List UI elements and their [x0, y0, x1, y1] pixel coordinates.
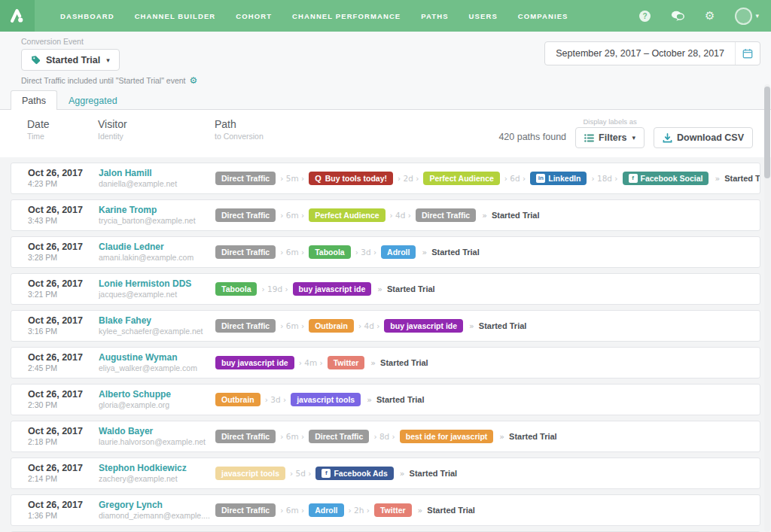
path-badge[interactable]: QBuy tools today!: [309, 172, 393, 185]
visitor-name-link[interactable]: Waldo Bayer: [99, 426, 215, 437]
path-badge[interactable]: Perfect Audience: [423, 172, 499, 185]
path-badge[interactable]: Perfect Audience: [309, 208, 385, 222]
app-logo[interactable]: [0, 0, 35, 32]
nav-item-users[interactable]: USERS: [469, 12, 498, 20]
nav-item-paths[interactable]: PATHS: [421, 12, 448, 20]
path-delay: › 4m ›: [299, 358, 323, 367]
path-badge[interactable]: Direct Traffic: [215, 208, 276, 222]
path-badge[interactable]: Outbrain: [309, 319, 354, 333]
visitor-email: zachery@example.net: [99, 474, 210, 484]
tab-paths[interactable]: Paths: [11, 90, 57, 110]
path-badge[interactable]: javascript tools: [215, 467, 285, 480]
table-row[interactable]: Oct 26, 20172:45 PMAugustine Wymaneliya_…: [11, 347, 760, 378]
nav-item-channel-builder[interactable]: CHANNEL BUILDER: [135, 12, 216, 20]
path-badge[interactable]: buy javascript ide: [384, 319, 463, 333]
user-menu[interactable]: ▾: [735, 8, 759, 25]
visitor-name-link[interactable]: Blake Fahey: [99, 315, 215, 327]
visitor-name-link[interactable]: Augustine Wyman: [99, 352, 215, 363]
tab-aggregated[interactable]: Aggregated: [57, 90, 129, 110]
download-icon: [663, 133, 672, 143]
path-badge[interactable]: fFacebook Social: [623, 172, 709, 185]
path-badge[interactable]: Direct Traffic: [215, 503, 276, 517]
cell-visitor: Gregory Lynchdiamond_ziemann@example....: [99, 500, 215, 521]
path-badge[interactable]: Direct Traffic: [215, 319, 276, 333]
double-chevron-icon: »: [377, 284, 382, 294]
note-settings-icon[interactable]: ⚙: [190, 76, 198, 85]
date-range-picker[interactable]: September 29, 2017 – October 28, 2017: [544, 41, 760, 65]
table-row[interactable]: Oct 26, 20172:14 PMStephon Hodkiewiczzac…: [11, 458, 760, 489]
cell-date: Oct 26, 20173:21 PM: [28, 278, 99, 299]
download-csv-label: Download CSV: [677, 132, 744, 143]
visitor-email: daniella@example.net: [99, 179, 210, 189]
path-badge[interactable]: Outbrain: [215, 393, 261, 406]
table-row[interactable]: Oct 26, 20171:36 PMGregory Lynchdiamond_…: [11, 494, 760, 526]
visitor-name-link[interactable]: Alberto Schuppe: [99, 389, 215, 400]
path-badge[interactable]: Direct Traffic: [215, 245, 276, 259]
path-badge[interactable]: Taboola: [309, 245, 350, 259]
column-subtitle: Identity: [98, 131, 215, 141]
nav-item-dashboard[interactable]: DASHBOARD: [60, 12, 114, 20]
path-badge[interactable]: buy javascript ide: [215, 356, 294, 369]
filters-button[interactable]: Filters ▾: [575, 127, 645, 148]
path-badge[interactable]: Adroll: [309, 503, 343, 517]
double-chevron-icon: »: [482, 211, 487, 220]
scrollbar-thumb[interactable]: [764, 87, 770, 178]
row-date: Oct 26, 2017: [28, 352, 99, 363]
scrollbar-track[interactable]: [764, 84, 770, 532]
path-badge[interactable]: fFacebook Ads: [315, 467, 393, 480]
visitor-email: jacques@example.net: [99, 290, 210, 299]
conversion-event-button[interactable]: Started Trial ▾: [21, 49, 120, 71]
table-row[interactable]: Oct 26, 20173:16 PMBlake Faheykylee_scha…: [11, 310, 760, 342]
cell-path: Taboola› 19d ›buy javascript ide»Started…: [215, 282, 760, 296]
table-row[interactable]: Oct 26, 20173:28 PMClaudie Ledneramani.l…: [11, 236, 760, 268]
visitor-name-link[interactable]: Claudie Ledner: [99, 242, 215, 253]
table-row[interactable]: Oct 26, 20172:30 PMAlberto Schuppegloria…: [11, 384, 760, 415]
visitor-name-link[interactable]: Stephon Hodkiewicz: [99, 463, 215, 474]
note-text: Direct Traffic included until "Started T…: [21, 75, 186, 86]
path-badge[interactable]: best ide for javascript: [400, 430, 494, 443]
path-delay: › 2h ›: [349, 506, 370, 515]
path-badge[interactable]: inLinkedIn: [530, 172, 587, 185]
column-title: Date: [27, 117, 98, 131]
visitor-email: diamond_ziemann@example....: [99, 511, 210, 521]
visitor-name-link[interactable]: Jalon Hamill: [99, 168, 215, 179]
gear-icon[interactable]: ⚙: [705, 11, 715, 22]
path-badge[interactable]: Direct Traffic: [309, 430, 369, 443]
path-badge[interactable]: Direct Traffic: [215, 430, 276, 443]
cell-date: Oct 26, 20174:23 PM: [28, 168, 99, 189]
help-icon[interactable]: ?: [639, 11, 651, 22]
double-chevron-icon: »: [422, 248, 427, 257]
row-time: 2:18 PM: [28, 437, 99, 447]
nav-right: ? ⚙ ▾: [639, 8, 759, 25]
nav-item-channel-performance[interactable]: CHANNEL PERFORMANCE: [292, 12, 401, 20]
path-badge[interactable]: Twitter: [374, 503, 412, 517]
path-badge[interactable]: Taboola: [215, 282, 257, 296]
chevron-down-icon: ▾: [632, 134, 636, 141]
path-badge[interactable]: Adroll: [381, 245, 416, 259]
path-badge[interactable]: buy javascript ide: [293, 282, 372, 296]
row-time: 3:28 PM: [28, 253, 99, 263]
nav-item-companies[interactable]: COMPANIES: [518, 12, 568, 20]
visitor-name-link[interactable]: Lonie Hermiston DDS: [99, 278, 215, 290]
path-badge[interactable]: Twitter: [328, 356, 365, 369]
nav-item-cohort[interactable]: COHORT: [236, 12, 272, 20]
table-row[interactable]: Oct 26, 20173:43 PMKarine Tromptrycia_ba…: [11, 199, 760, 231]
column-title: Visitor: [98, 117, 215, 131]
conversion-label: Started Trial: [431, 248, 480, 257]
path-badge[interactable]: Direct Traffic: [215, 172, 276, 185]
row-date: Oct 26, 2017: [28, 315, 99, 327]
table-row[interactable]: Oct 26, 20174:23 PMJalon Hamilldaniella@…: [11, 163, 760, 194]
top-nav: DASHBOARDCHANNEL BUILDERCOHORTCHANNEL PE…: [0, 0, 771, 32]
chat-icon[interactable]: [671, 11, 684, 21]
direct-traffic-note: Direct Traffic included until "Started T…: [21, 75, 750, 86]
path-badge[interactable]: javascript tools: [291, 393, 361, 406]
visitor-name-link[interactable]: Karine Tromp: [99, 205, 215, 216]
table-row[interactable]: Oct 26, 20173:21 PMLonie Hermiston DDSja…: [11, 273, 760, 305]
cell-visitor: Jalon Hamilldaniella@example.net: [99, 168, 215, 189]
download-csv-button[interactable]: Download CSV: [654, 127, 753, 148]
facebook-icon: f: [629, 174, 638, 183]
path-badge[interactable]: Direct Traffic: [416, 208, 476, 222]
calendar-icon[interactable]: [735, 42, 760, 65]
table-row[interactable]: Oct 26, 20172:18 PMWaldo Bayerlaurie.hal…: [11, 421, 760, 452]
visitor-name-link[interactable]: Gregory Lynch: [99, 500, 215, 511]
